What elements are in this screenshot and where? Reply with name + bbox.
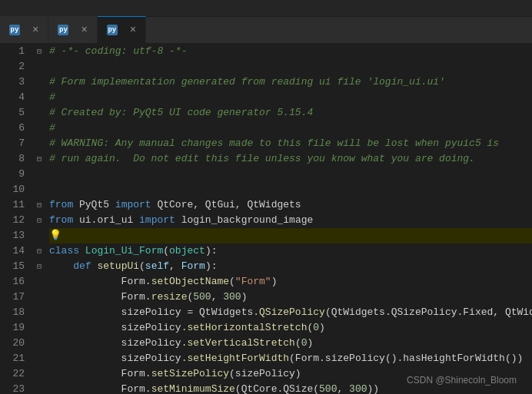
tab-close-main[interactable]: × <box>81 25 87 35</box>
code-line-1: # -*- coding: utf-8 -*- <box>49 44 532 59</box>
token: # -*- coding: utf-8 -*- <box>49 44 187 59</box>
editor: 1234567891011121314151617181920212223 ⊟⊟… <box>0 44 532 394</box>
code-line-12: from ui.ori_ui import login_background_i… <box>49 213 532 228</box>
token: QtCore, QtGui, QtWidgets <box>151 197 301 213</box>
token: "Form" <box>235 274 271 290</box>
line-number-13: 13 <box>0 228 25 243</box>
fold-indicator-20 <box>32 336 46 351</box>
code-line-11: from PyQt5 import QtCore, QtGui, QtWidge… <box>49 197 532 213</box>
fold-indicator-14[interactable]: ⊟ <box>32 243 46 259</box>
token: sizePolicy. <box>49 320 187 336</box>
fold-indicator-10 <box>32 182 46 197</box>
line-number-9: 9 <box>0 167 25 182</box>
code-area[interactable]: # -*- coding: utf-8 -*-# Form implementa… <box>46 44 532 394</box>
code-line-13: 💡 <box>49 228 532 243</box>
tab-close-detect[interactable]: × <box>32 25 38 35</box>
token: )) <box>367 382 379 394</box>
token: # WARNING: Any manual changes made to th… <box>49 136 499 151</box>
line-number-6: 6 <box>0 121 25 136</box>
tab-detect-logical[interactable]: py × <box>0 16 48 43</box>
fold-indicator-18 <box>32 305 46 320</box>
token: # <box>49 121 55 136</box>
token: setObjectName <box>151 274 229 290</box>
token: class <box>49 243 79 259</box>
code-line-6: # <box>49 121 532 136</box>
fold-indicator-21 <box>32 351 46 366</box>
token: 500 <box>193 290 211 305</box>
token <box>49 259 73 274</box>
token: import <box>139 213 175 228</box>
fold-indicator-4 <box>32 90 46 105</box>
code-line-23: Form.setMinimumSize(QtCore.QSize(500, 30… <box>49 382 532 394</box>
fold-indicator-8[interactable]: ⊟ <box>32 151 46 167</box>
fold-indicator-17 <box>32 290 46 305</box>
token: from <box>49 213 73 228</box>
token <box>91 259 98 274</box>
line-number-2: 2 <box>0 59 25 74</box>
fold-indicator-2 <box>32 59 46 74</box>
code-line-18: sizePolicy = QtWidgets.QSizePolicy(QtWid… <box>49 305 532 320</box>
token: # Created by: PyQt5 UI code generator 5.… <box>49 105 313 121</box>
code-line-4: # <box>49 90 532 105</box>
code-line-8: # run again. Do not edit this file unles… <box>49 151 532 167</box>
tab-login-ui[interactable]: py × <box>98 16 146 43</box>
line-number-1: 1 <box>0 44 25 59</box>
fold-indicator-7 <box>32 136 46 151</box>
token: 💡 <box>49 228 62 243</box>
line-number-12: 12 <box>0 213 25 228</box>
token: ( <box>295 336 301 351</box>
code-line-20: sizePolicy.setVerticalStretch(0) <box>49 336 532 351</box>
token: ( <box>307 320 313 336</box>
line-number-22: 22 <box>0 366 25 382</box>
token: ui.ori_ui <box>73 213 139 228</box>
code-line-5: # Created by: PyQt5 UI code generator 5.… <box>49 105 532 121</box>
token: Form. <box>49 290 151 305</box>
code-line-21: sizePolicy.setHeightForWidth(Form.sizePo… <box>49 351 532 366</box>
line-number-20: 20 <box>0 336 25 351</box>
tab-icon-main: py <box>58 25 68 35</box>
fold-indicator-6 <box>32 121 46 136</box>
token: (QtWidgets.QSizePolicy.Fixed, QtWidge <box>325 305 532 320</box>
fold-indicator-15[interactable]: ⊟ <box>32 259 46 274</box>
line-number-3: 3 <box>0 74 25 90</box>
line-number-7: 7 <box>0 136 25 151</box>
code-line-15: def setupUi(self, Form): <box>49 259 532 274</box>
fold-indicator-12[interactable]: ⊟ <box>32 213 46 228</box>
token: setSizePolicy <box>151 366 229 382</box>
token: login_background_image <box>175 213 313 228</box>
code-line-9 <box>49 167 532 182</box>
line-number-14: 14 <box>0 243 25 259</box>
tab-main-logic[interactable]: py × <box>48 16 97 43</box>
line-number-16: 16 <box>0 274 25 290</box>
fold-indicator-16 <box>32 274 46 290</box>
token: self <box>145 259 169 274</box>
tab-bar: py × py × py × <box>0 17 532 44</box>
tab-icon-login: py <box>107 25 118 35</box>
token: ( <box>187 290 193 305</box>
token: Form. <box>49 382 151 394</box>
line-number-8: 8 <box>0 151 25 167</box>
token: ( <box>229 274 235 290</box>
token: ) <box>241 290 248 305</box>
fold-indicator-1[interactable]: ⊟ <box>32 44 46 59</box>
token: ) <box>271 274 278 290</box>
tab-close-login[interactable]: × <box>130 25 136 35</box>
fold-indicator-22 <box>32 366 46 382</box>
token: sizePolicy. <box>49 351 187 366</box>
token: setMinimumSize <box>151 382 235 394</box>
fold-indicator-11[interactable]: ⊟ <box>32 197 46 213</box>
token: , <box>337 382 349 394</box>
token: setHorizontalStretch <box>187 320 307 336</box>
token: 300 <box>349 382 367 394</box>
line-number-4: 4 <box>0 90 25 105</box>
line-number-17: 17 <box>0 290 25 305</box>
line-number-11: 11 <box>0 197 25 213</box>
token: Login_Ui_Form <box>85 243 163 259</box>
code-line-22: Form.setSizePolicy(sizePolicy) <box>49 366 532 382</box>
token: sizePolicy = QtWidgets. <box>49 305 259 320</box>
token: ): <box>205 243 218 259</box>
token: ( <box>163 243 169 259</box>
token: (Form.sizePolicy().hasHeightForWidth()) <box>289 351 523 366</box>
line-number-15: 15 <box>0 259 25 274</box>
code-line-2 <box>49 59 532 74</box>
